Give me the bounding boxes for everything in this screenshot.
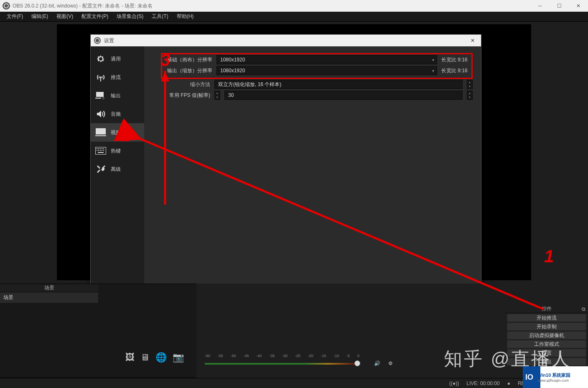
tools-icon <box>95 164 107 174</box>
sidebar-label: 通用 <box>111 56 121 63</box>
monitor-icon <box>95 127 107 137</box>
audio-gear-icon[interactable]: ⚙ <box>388 360 393 366</box>
downscale-combo[interactable]: 双立方(锐化缩放, 16 个样本) <box>214 80 463 89</box>
base-resolution-value: 1080x1920 <box>220 57 245 63</box>
output-resolution-label: 输出（缩放）分辨率 <box>163 67 212 74</box>
svg-rect-4 <box>102 148 102 149</box>
audio-mixer: -60-55-50-45-40-35-30-25-20-15-10-50 🔊 ⚙ <box>201 350 393 375</box>
scene-item[interactable]: 场景 <box>0 292 98 303</box>
volume-slider-handle[interactable] <box>354 360 360 366</box>
sidebar-label: 高级 <box>111 166 121 173</box>
fps-combo[interactable]: 30 <box>224 91 463 100</box>
svg-rect-6 <box>97 150 97 151</box>
menu-view[interactable]: 视图(V) <box>52 11 77 22</box>
keyboard-icon <box>95 146 107 156</box>
svg-rect-3 <box>100 148 101 149</box>
svg-rect-1 <box>97 148 97 149</box>
fps-stepper[interactable]: ▴▾ <box>467 91 473 100</box>
menu-scenes[interactable]: 场景集合(S) <box>112 11 148 22</box>
speaker-icon <box>95 109 107 119</box>
sidebar-label: 推流 <box>111 74 121 81</box>
menu-help[interactable]: 帮助(H) <box>173 11 198 22</box>
sidebar-item-output[interactable]: 输出 <box>91 86 144 105</box>
sidebar-item-advanced[interactable]: 高级 <box>91 160 144 178</box>
svg-rect-5 <box>103 148 104 149</box>
settings-title: 设置 <box>104 37 114 44</box>
output-aspect-label: 长宽比 9:16 <box>441 67 471 74</box>
display-icon: 🖥 <box>140 352 150 363</box>
downscale-label: 缩小方法 <box>161 81 210 88</box>
camera-icon: 📷 <box>173 352 184 363</box>
settings-pane-video: 基础（画布）分辨率 1080x1920 ▾ 长宽比 9:16 输出（缩放）分辨率… <box>144 46 481 322</box>
sidebar-label: 输出 <box>111 92 121 99</box>
base-resolution-combo[interactable]: 1080x1920 ▾ <box>216 55 437 64</box>
annotation-2: 2 <box>121 125 131 145</box>
sidebar-item-video[interactable]: 视频 <box>91 123 144 142</box>
sidebar-item-general[interactable]: 通用 <box>91 50 144 68</box>
source-type-icons: 🖼 🖥 🌐 📷 <box>125 352 184 363</box>
menu-bar: 文件(F) 编辑(E) 视图(V) 配置文件(P) 场景集合(S) 工具(T) … <box>0 12 588 22</box>
annotation-3: 3 <box>160 50 170 70</box>
window-title: OBS 26.0.2 (32-bit, windows) - 配置文件: 未命名… <box>13 3 153 10</box>
popout-icon[interactable]: ⧉ <box>582 306 585 312</box>
sidebar-item-stream[interactable]: 推流 <box>91 68 144 86</box>
base-aspect-label: 长宽比 9:16 <box>441 56 471 63</box>
menu-edit[interactable]: 编辑(E) <box>27 11 52 22</box>
gear-icon <box>95 54 107 64</box>
minimize-button[interactable]: ─ <box>530 0 550 12</box>
sources-dock: ＋ － ⚙ ∧ ∨ <box>98 284 196 388</box>
menu-tools[interactable]: 工具(T) <box>148 11 172 22</box>
chevron-down-icon: ▾ <box>432 68 434 73</box>
output-icon <box>95 91 107 101</box>
antenna-icon <box>95 72 107 82</box>
globe-icon: 🌐 <box>155 352 167 363</box>
sidebar-label: 热键 <box>111 147 121 155</box>
svg-rect-9 <box>102 150 102 151</box>
svg-rect-7 <box>98 150 99 151</box>
broadcast-icon: ((●)) <box>449 380 459 386</box>
annotation-1: 1 <box>544 246 554 266</box>
record-dot-icon: ● <box>507 380 510 386</box>
maximize-button[interactable]: ☐ <box>550 0 569 12</box>
site-watermark: IO Win10 系统家园 www.qdhuajin.com <box>523 366 588 388</box>
image-icon: 🖼 <box>125 352 135 363</box>
sidebar-item-audio[interactable]: 音频 <box>91 105 144 123</box>
downscale-value: 双立方(锐化缩放, 16 个样本) <box>218 81 281 88</box>
svg-rect-2 <box>98 148 99 149</box>
settings-close-button[interactable]: ✕ <box>464 35 481 46</box>
menu-file[interactable]: 文件(F) <box>3 11 27 22</box>
settings-sidebar: 通用 推流 输出 音频 视频 热键 <box>91 46 144 322</box>
mute-icon[interactable]: 🔊 <box>374 360 380 366</box>
status-bar: ((●)) LIVE: 00:00:00 ● REC: 00:00:00 CPU… <box>0 378 588 388</box>
controls-title: 控件 ⧉ <box>505 305 588 313</box>
volume-slider-track[interactable] <box>205 363 359 365</box>
fps-value: 30 <box>228 92 234 98</box>
fps-type-stepper[interactable]: ▴▾ <box>214 91 220 100</box>
virtual-camera-button[interactable]: 启动虚拟摄像机 <box>507 331 586 340</box>
status-live: LIVE: 00:00:00 <box>466 380 499 386</box>
volume-ticks: -60-55-50-45-40-35-30-25-20-15-10-50 <box>205 354 359 360</box>
svg-rect-8 <box>100 150 101 151</box>
obs-logo-icon <box>3 2 10 10</box>
obs-logo-icon <box>94 37 101 44</box>
close-button[interactable]: ✕ <box>569 0 588 12</box>
sidebar-label: 视频 <box>111 129 121 136</box>
start-recording-button[interactable]: 开始录制 <box>507 322 586 331</box>
base-resolution-label: 基础（画布）分辨率 <box>163 56 212 63</box>
sidebar-item-hotkeys[interactable]: 热键 <box>91 142 144 160</box>
svg-rect-10 <box>103 150 104 151</box>
output-resolution-value: 1080x1920 <box>220 68 245 74</box>
chevron-down-icon: ▾ <box>432 58 434 62</box>
fps-label: 常用 FPS 值(帧率) <box>161 92 210 99</box>
downscale-stepper[interactable]: ▴▾ <box>467 80 473 89</box>
output-resolution-combo[interactable]: 1080x1920 ▾ <box>216 66 437 75</box>
scenes-title: 场景 <box>0 284 98 292</box>
start-streaming-button[interactable]: 开始推流 <box>507 314 586 322</box>
window-titlebar: OBS 26.0.2 (32-bit, windows) - 配置文件: 未命名… <box>0 0 588 12</box>
sidebar-label: 音频 <box>111 111 121 118</box>
settings-titlebar: 设置 ✕ <box>91 35 481 46</box>
menu-profile[interactable]: 配置文件(P) <box>77 11 112 22</box>
svg-rect-11 <box>98 152 104 153</box>
scenes-dock: 场景 场景 ＋ － ∧ ∨ <box>0 284 98 388</box>
